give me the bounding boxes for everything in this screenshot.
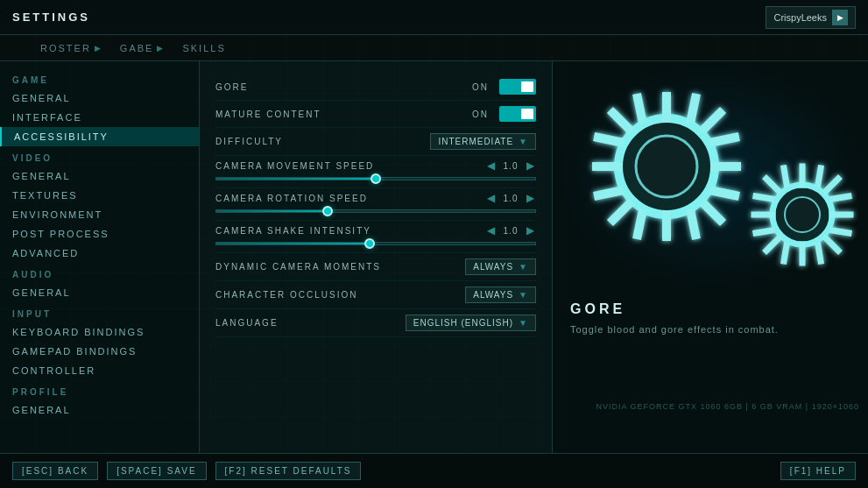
content-area: GORE ON MATURE CONTENT ON DIFFICULTY INT… [200,61,553,453]
mature-content-control: ON [472,106,536,122]
char-occlusion-dropdown[interactable]: ALWAYS ▼ [465,286,536,303]
camera-movement-fill [216,178,376,180]
difficulty-row: DIFFICULTY INTERMEDIATE ▼ [215,128,536,156]
svg-line-17 [598,191,619,195]
camera-rotation-dec[interactable]: ◀ [485,192,497,204]
section-profile: PROFILE [0,380,199,400]
svg-point-19 [785,197,820,232]
sidebar-item-game-interface[interactable]: INTERFACE [0,108,199,127]
camera-shake-track[interactable] [215,242,536,245]
svg-line-7 [704,204,720,220]
camera-rotation-header: CAMERA ROTATION SPEED ◀ 1.0 ▶ [215,192,536,204]
save-button[interactable]: [SPACE] SAVE [107,462,206,480]
svg-point-1 [636,136,697,197]
language-value: ENGLISH (ENGLISH) [413,318,513,328]
camera-movement-thumb[interactable] [370,173,381,184]
camera-movement-track[interactable] [215,177,536,180]
camera-rotation-control: ◀ 1.0 ▶ [485,192,536,204]
gear-display [553,61,868,289]
dynamic-camera-dropdown[interactable]: ALWAYS ▼ [465,258,536,275]
svg-line-26 [826,179,838,191]
language-row: LANGUAGE ENGLISH (ENGLISH) ▼ [215,309,536,337]
camera-shake-inc[interactable]: ▶ [525,224,536,237]
char-occlusion-label: CHARACTER OCCLUSION [215,290,357,300]
bottom-bar: [ESC] BACK [SPACE] SAVE [F2] RESET DEFAU… [0,453,868,488]
small-gear-icon [745,158,859,272]
svg-line-12 [598,138,619,142]
camera-rotation-label: CAMERA ROTATION SPEED [215,194,368,203]
sidebar-item-advanced[interactable]: ADVANCED [0,244,199,263]
top-bar: SETTINGS CrispyLeeks ▶ [0,0,868,35]
svg-line-30 [756,196,772,199]
gabe-arrow: ▶ [157,44,165,53]
roster-arrow: ▶ [95,44,102,53]
tab-skills[interactable]: SKILLS [182,43,225,53]
gore-toggle[interactable] [499,79,536,95]
svg-line-10 [638,98,642,119]
sidebar-item-keyboard-bindings[interactable]: KEYBOARD BINDINGS [0,322,199,342]
section-video: VIDEO [0,146,199,166]
language-dropdown[interactable]: ENGLISH (ENGLISH) ▼ [406,315,536,331]
sidebar-item-gamepad-bindings[interactable]: GAMEPAD BINDINGS [0,342,199,361]
language-label: LANGUAGE [215,318,279,328]
svg-line-8 [704,113,720,129]
char-occlusion-arrow: ▼ [519,290,528,300]
camera-shake-thumb[interactable] [364,238,375,249]
sidebar-item-profile-general[interactable]: GENERAL [0,400,199,420]
sidebar-item-post-process[interactable]: POST PROCESS [0,224,199,244]
camera-movement-inc[interactable]: ▶ [525,159,536,172]
reset-defaults-button[interactable]: [F2] RESET DEFAULTS [215,462,362,480]
svg-line-33 [784,245,787,261]
sidebar-item-audio-general[interactable]: GENERAL [0,283,199,302]
svg-line-24 [766,179,779,191]
camera-rotation-inc[interactable]: ▶ [525,192,536,204]
camera-shake-dec[interactable]: ◀ [485,224,497,237]
tab-roster[interactable]: ROSTER ▶ [40,43,102,53]
gore-state: ON [472,82,489,92]
camera-shake-row: CAMERA SHAKE INTENSITY ◀ 1.0 ▶ [215,221,536,253]
settings-title: SETTINGS [12,11,90,24]
sidebar-item-accessibility[interactable]: ACCESSIBILITY [0,127,199,146]
sidebar-item-textures[interactable]: TEXTURES [0,186,199,205]
sidebar: GAME GENERAL INTERFACE ACCESSIBILITY VID… [0,61,200,453]
svg-line-27 [766,238,779,251]
back-button[interactable]: [ESC] BACK [12,462,98,480]
dynamic-camera-value: ALWAYS [473,262,513,272]
tab-gabe[interactable]: GABE ▶ [120,43,166,53]
sidebar-item-game-general[interactable]: GENERAL [0,88,199,108]
sys-info: NVIDIA GEFORCE GTX 1060 6GB | 6 GB VRAM … [596,402,859,411]
svg-line-11 [691,214,695,235]
info-text: GORE Toggle blood and gore effects in co… [553,289,868,350]
camera-movement-dec[interactable]: ◀ [485,159,497,172]
camera-rotation-row: CAMERA ROTATION SPEED ◀ 1.0 ▶ [215,188,536,221]
info-name: GORE [570,301,850,317]
camera-rotation-track[interactable] [215,209,536,213]
sidebar-item-video-general[interactable]: GENERAL [0,166,199,186]
svg-line-28 [784,168,787,184]
svg-line-34 [833,196,849,199]
bottom-right-buttons: [F1] HELP [780,462,856,480]
gore-setting-row: GORE ON [215,74,536,101]
help-button[interactable]: [F1] HELP [780,462,856,480]
difficulty-dropdown[interactable]: INTERMEDIATE ▼ [430,133,536,150]
section-input: INPUT [0,302,199,322]
svg-line-14 [691,98,695,119]
sidebar-item-controller[interactable]: CONTROLLER [0,361,199,380]
camera-rotation-thumb[interactable] [322,206,333,216]
camera-movement-value: 1.0 [500,161,521,171]
mature-content-toggle[interactable] [499,106,536,122]
camera-shake-control: ◀ 1.0 ▶ [485,224,536,237]
language-arrow: ▼ [519,318,528,328]
camera-movement-row: CAMERA MOVEMENT SPEED ◀ 1.0 ▶ [215,156,536,188]
sidebar-item-environment[interactable]: ENVIRONMENT [0,205,199,224]
svg-line-15 [638,214,642,235]
difficulty-value: INTERMEDIATE [438,137,513,146]
difficulty-label: DIFFICULTY [215,137,283,146]
camera-rotation-value: 1.0 [500,194,521,203]
section-game: GAME [0,68,199,88]
svg-line-32 [818,168,821,184]
large-gear-icon [579,79,754,254]
svg-line-31 [833,230,849,233]
difficulty-dropdown-arrow: ▼ [519,137,528,146]
user-avatar: ▶ [832,10,848,25]
